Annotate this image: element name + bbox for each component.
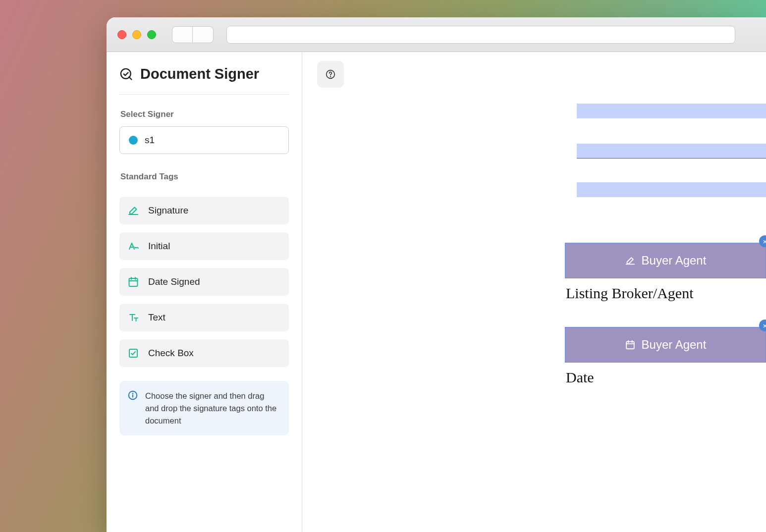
text-field[interactable] — [577, 182, 766, 197]
svg-rect-12 — [626, 342, 634, 349]
text-field[interactable] — [577, 104, 766, 118]
nav-back-button[interactable] — [172, 26, 193, 43]
info-card: Choose the signer and then drag and drop… — [119, 381, 289, 435]
nav-forward-button[interactable] — [193, 26, 214, 43]
svg-point-9 — [133, 393, 133, 394]
calendar-icon — [127, 276, 139, 288]
standard-tags-section: Standard Tags Signature Initial — [119, 172, 289, 367]
standard-tags-label: Standard Tags — [119, 172, 289, 182]
info-text: Choose the signer and then drag and drop… — [145, 390, 280, 426]
divider — [119, 94, 289, 95]
tag-date-signed[interactable]: Date Signed — [119, 268, 289, 296]
placed-date-tag[interactable]: Buyer Agent — [565, 327, 766, 363]
select-signer-label: Select Signer — [119, 109, 289, 119]
info-icon — [127, 390, 138, 401]
document-field-label: Date — [566, 369, 594, 386]
tag-initial[interactable]: Initial — [119, 232, 289, 260]
signer-color-dot — [129, 136, 138, 145]
tag-checkbox[interactable]: Check Box — [119, 339, 289, 367]
document-area[interactable]: Buyer Agent × Listing Broker/Agent Buyer… — [302, 52, 766, 532]
window-titlebar — [107, 17, 766, 52]
document-field-label: Listing Broker/Agent — [566, 285, 693, 302]
traffic-lights — [117, 30, 156, 39]
nav-buttons — [172, 26, 214, 43]
placed-signature-tag[interactable]: Buyer Agent — [565, 243, 766, 278]
checkbox-icon — [127, 347, 139, 359]
tag-label: Date Signed — [148, 276, 200, 287]
window-minimize-button[interactable] — [132, 30, 141, 39]
signer-selected-value: s1 — [145, 135, 155, 146]
placed-tag-label: Buyer Agent — [642, 254, 707, 267]
calendar-icon — [625, 339, 636, 350]
address-bar[interactable] — [226, 26, 735, 44]
window-zoom-button[interactable] — [147, 30, 156, 39]
tag-label: Check Box — [148, 348, 194, 359]
tag-text[interactable]: Text — [119, 304, 289, 331]
placed-tag-label: Buyer Agent — [642, 338, 707, 352]
app-body: Document Signer Select Signer s1 Standar… — [107, 52, 766, 532]
text-icon — [127, 312, 139, 323]
document-canvas: Buyer Agent × Listing Broker/Agent Buyer… — [302, 52, 766, 532]
chevron-right-icon — [193, 24, 213, 45]
app-window: Document Signer Select Signer s1 Standar… — [107, 17, 766, 532]
sidebar-header: Document Signer — [119, 66, 289, 82]
tag-label: Signature — [148, 205, 188, 216]
signature-icon — [625, 255, 636, 266]
chevron-left-icon — [172, 25, 192, 45]
window-close-button[interactable] — [117, 30, 126, 39]
document-signer-icon — [119, 67, 133, 81]
tag-label: Initial — [148, 241, 170, 252]
text-field[interactable] — [577, 144, 766, 159]
tag-signature[interactable]: Signature — [119, 197, 289, 224]
chevron-down-icon — [272, 135, 279, 145]
sidebar: Document Signer Select Signer s1 Standar… — [107, 52, 302, 532]
svg-line-1 — [129, 77, 131, 79]
signature-icon — [127, 205, 139, 216]
svg-rect-2 — [129, 278, 138, 286]
initial-icon — [127, 240, 139, 252]
tag-label: Text — [148, 312, 165, 323]
sidebar-title: Document Signer — [140, 66, 259, 82]
signer-dropdown[interactable]: s1 — [119, 126, 289, 154]
